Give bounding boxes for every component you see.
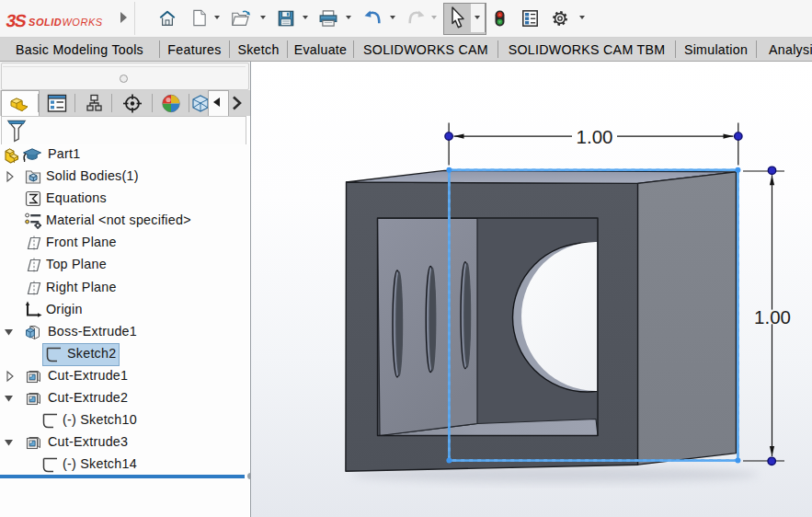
svg-text:SOLIDWORKS: SOLIDWORKS: [29, 17, 103, 28]
svg-text:1.00: 1.00: [577, 126, 613, 147]
svg-text:3S: 3S: [5, 12, 29, 31]
svg-text:1.00: 1.00: [754, 306, 791, 327]
